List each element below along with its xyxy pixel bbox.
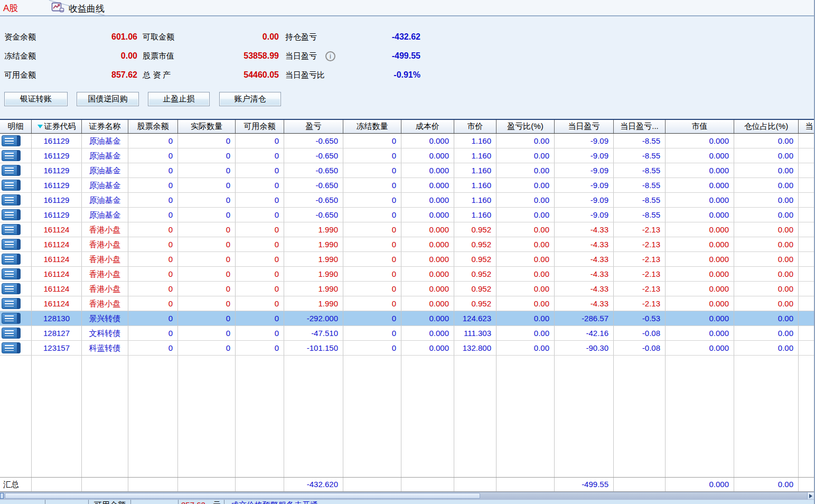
column-header[interactable]: 当日盈亏... bbox=[614, 120, 666, 133]
detail-icon[interactable] bbox=[2, 298, 21, 309]
table-row[interactable]: 161129原油基金000-0.65000.0001.1600.00-9.09-… bbox=[0, 148, 815, 163]
detail-icon[interactable] bbox=[2, 180, 21, 191]
info-icon[interactable]: i bbox=[325, 51, 335, 61]
table-row[interactable]: 161124香港小盘0001.99000.0000.9520.00-4.33-2… bbox=[0, 282, 815, 296]
column-header[interactable]: 证券名称 bbox=[82, 120, 128, 133]
cell-day_pnl: -9.09 bbox=[555, 148, 614, 163]
table-header: 明细证券代码证券名称股票余额实际数量可用余额盈亏冻结数量成本价市价盈亏比(%)当… bbox=[0, 119, 815, 134]
cell-available: 0 bbox=[236, 282, 284, 296]
cell-available: 0 bbox=[236, 222, 284, 237]
table-row[interactable]: 128130景兴转债000-292.00000.000124.6230.00-2… bbox=[0, 311, 815, 326]
cell-pos_pct: 0.00 bbox=[734, 222, 799, 237]
scrollbar-thumb[interactable] bbox=[5, 493, 480, 499]
tab-a-shares[interactable]: A股 bbox=[3, 2, 18, 14]
cell-mktval: 0.000 bbox=[666, 326, 734, 340]
table-row[interactable]: 161124香港小盘0001.99000.0000.9520.00-4.33-2… bbox=[0, 222, 815, 237]
cell-code: 123157 bbox=[32, 341, 82, 355]
cell-name: 原油基金 bbox=[82, 193, 128, 207]
detail-icon[interactable] bbox=[2, 150, 21, 161]
cell-extra bbox=[799, 222, 815, 237]
table-row[interactable]: 161129原油基金000-0.65000.0001.1600.00-9.09-… bbox=[0, 134, 815, 148]
tab-profit-curve[interactable]: 收益曲线 bbox=[51, 1, 105, 16]
cell-actual: 0 bbox=[178, 237, 236, 251]
cell-price: 1.160 bbox=[454, 163, 497, 178]
cell-cost: 0.000 bbox=[401, 282, 454, 296]
table-row[interactable]: 161124香港小盘0001.99000.0000.9520.00-4.33-2… bbox=[0, 267, 815, 282]
cell-price: 0.952 bbox=[454, 267, 497, 281]
cell-price: 0.952 bbox=[454, 282, 497, 296]
cell-day_pnl: -4.33 bbox=[555, 252, 614, 266]
cell-name: 香港小盘 bbox=[82, 267, 128, 281]
cell-pnl_pct: 0.00 bbox=[497, 208, 555, 222]
detail-icon[interactable] bbox=[2, 135, 21, 146]
bank-transfer-button[interactable]: 银证转账 bbox=[4, 92, 68, 106]
table-row[interactable]: 161129原油基金000-0.65000.0001.1600.00-9.09-… bbox=[0, 193, 815, 208]
cell-pnl: -101.150 bbox=[284, 341, 343, 355]
tab-bar: A股 收益曲线 bbox=[0, 0, 814, 16]
table-row[interactable]: 161124香港小盘0001.99000.0000.9520.00-4.33-2… bbox=[0, 296, 815, 311]
cell-balance: 0 bbox=[128, 178, 178, 192]
clear-account-button[interactable]: 账户清仓 bbox=[219, 92, 281, 106]
detail-icon[interactable] bbox=[2, 224, 21, 235]
detail-icon[interactable] bbox=[2, 313, 21, 324]
column-header[interactable]: 盈亏 bbox=[284, 120, 343, 133]
cell-day_pnl2: -2.13 bbox=[614, 237, 666, 251]
column-header[interactable]: 证券代码 bbox=[32, 120, 82, 133]
detail-icon[interactable] bbox=[2, 239, 21, 250]
table-row[interactable]: 123157科蓝转债000-101.15000.000132.8000.00-9… bbox=[0, 341, 815, 356]
summary-cell: -432.620 bbox=[284, 478, 343, 491]
column-header[interactable]: 市值 bbox=[666, 120, 734, 133]
cell-day_pnl: -4.33 bbox=[555, 237, 614, 251]
treasury-repo-button[interactable]: 国债逆回购 bbox=[77, 92, 139, 106]
detail-icon[interactable] bbox=[2, 194, 21, 206]
column-header[interactable]: 股票余额 bbox=[128, 120, 178, 133]
detail-icon[interactable] bbox=[2, 342, 21, 353]
table-row[interactable]: 161129原油基金000-0.65000.0001.1600.00-9.09-… bbox=[0, 163, 815, 178]
detail-icon[interactable] bbox=[2, 209, 21, 220]
column-header[interactable]: 盈亏比(%) bbox=[497, 120, 555, 133]
horizontal-scrollbar[interactable] bbox=[0, 492, 814, 499]
table-row[interactable]: 161129原油基金000-0.65000.0001.1600.00-9.09-… bbox=[0, 178, 815, 193]
cell-frozen: 0 bbox=[343, 178, 401, 192]
column-header[interactable]: 明细 bbox=[0, 120, 32, 133]
cell-frozen: 0 bbox=[343, 148, 401, 163]
cell-price: 0.952 bbox=[454, 237, 497, 251]
column-header[interactable]: 成本价 bbox=[401, 120, 454, 133]
stop-profit-loss-button[interactable]: 止盈止损 bbox=[148, 92, 210, 106]
detail-icon[interactable] bbox=[2, 328, 21, 339]
table-row[interactable]: 128127文科转债000-47.51000.000111.3030.00-42… bbox=[0, 326, 815, 341]
detail-icon[interactable] bbox=[2, 283, 21, 294]
column-header[interactable]: 实际数量 bbox=[178, 120, 236, 133]
scrollbar-right-arrow-icon[interactable] bbox=[807, 492, 814, 499]
cell-day_pnl: -286.57 bbox=[555, 311, 614, 325]
cell-mktval: 0.000 bbox=[666, 193, 734, 207]
cell-pnl: 1.990 bbox=[284, 267, 343, 281]
column-header[interactable]: 当日盈亏 bbox=[555, 120, 614, 133]
column-header[interactable]: 可用余额 bbox=[236, 120, 284, 133]
column-header[interactable]: 当 bbox=[799, 120, 815, 133]
cell-cost: 0.000 bbox=[401, 134, 454, 148]
table-row[interactable]: 161124香港小盘0001.99000.0000.9520.00-4.33-2… bbox=[0, 252, 815, 267]
cell-balance: 0 bbox=[128, 311, 178, 325]
cell-pos_pct: 0.00 bbox=[734, 311, 799, 325]
scrollbar-left-grip[interactable] bbox=[0, 493, 4, 499]
cell-balance: 0 bbox=[128, 296, 178, 311]
column-header[interactable]: 仓位占比(%) bbox=[734, 120, 799, 133]
table-row[interactable]: 161124香港小盘0001.99000.0000.9520.00-4.33-2… bbox=[0, 237, 815, 252]
cell-extra bbox=[799, 237, 815, 251]
column-header[interactable]: 冻结数量 bbox=[343, 120, 401, 133]
sort-desc-icon bbox=[38, 125, 43, 128]
detail-icon[interactable] bbox=[2, 165, 21, 176]
cell-day_pnl: -42.16 bbox=[555, 326, 614, 340]
cell-name: 原油基金 bbox=[82, 148, 128, 163]
trading-app: A股 收益曲线 资金余额 601.06 bbox=[0, 0, 815, 504]
cell-code: 128130 bbox=[32, 311, 82, 325]
cell-actual: 0 bbox=[178, 222, 236, 237]
table-row[interactable]: 161129原油基金000-0.65000.0001.1600.00-9.09-… bbox=[0, 208, 815, 222]
cell-day_pnl2: -2.13 bbox=[614, 282, 666, 296]
detail-icon[interactable] bbox=[2, 268, 21, 279]
cell-price: 0.952 bbox=[454, 252, 497, 266]
detail-icon[interactable] bbox=[2, 254, 21, 265]
column-header[interactable]: 市价 bbox=[454, 120, 497, 133]
cell-actual: 0 bbox=[178, 163, 236, 178]
